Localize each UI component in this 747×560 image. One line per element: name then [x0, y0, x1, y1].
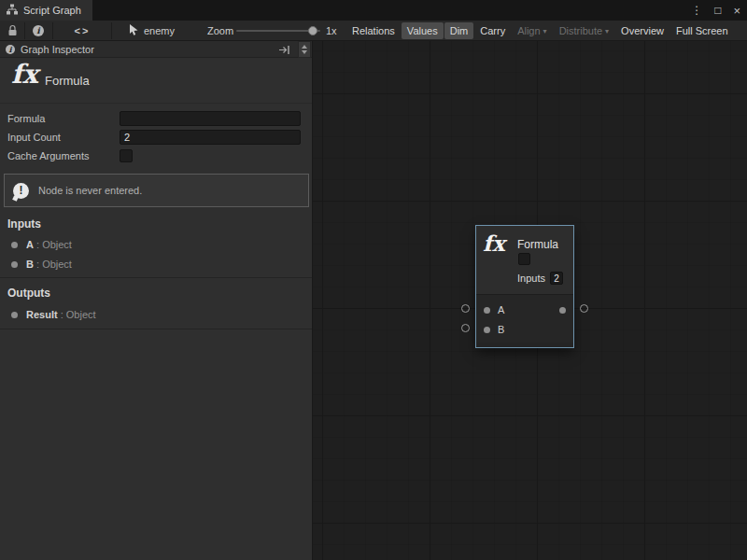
formula-input[interactable] [120, 111, 301, 126]
cache-arguments-label: Cache Arguments [7, 148, 89, 163]
node-footer [476, 343, 573, 347]
chevron-down-icon: ▾ [543, 27, 547, 35]
formula-node[interactable]: fx Formula Inputs 2 A B [476, 226, 573, 347]
lock-button[interactable] [4, 21, 21, 41]
input-port-row-a: A : Object [0, 235, 312, 254]
input-port-row-b: B : Object [0, 255, 312, 273]
graph-owner-label: enemy [144, 25, 175, 36]
toolbar-button-row: Relations Values Dim Carry Align ▾ Distr… [346, 21, 734, 41]
formula-fx-icon: fx [11, 59, 38, 90]
input-count-input[interactable] [120, 130, 301, 145]
node-port-row-a: A [476, 301, 573, 319]
formula-node-header: fx Formula Inputs 2 [476, 226, 573, 294]
unit-title: Formula [45, 74, 90, 88]
scroll-down-icon[interactable] [302, 50, 307, 54]
output-port-row-result: Result : Object [0, 305, 312, 324]
graph-canvas[interactable]: fx Formula Inputs 2 A B [313, 41, 747, 560]
window-tab-bar: Script Graph ⋮ □ × [0, 0, 747, 21]
warning-icon: ! [13, 183, 29, 199]
input-port-a[interactable] [484, 307, 490, 314]
formula-fx-icon: fx [483, 231, 505, 256]
code-view-button[interactable]: <> [56, 21, 108, 41]
node-title: Formula [517, 238, 558, 251]
port-dot-icon [11, 242, 18, 248]
tab-script-graph[interactable]: Script Graph [0, 0, 92, 21]
panel-scroll-spinner[interactable] [298, 41, 311, 58]
scroll-up-icon[interactable] [302, 45, 307, 49]
inputs-heading: Inputs [7, 217, 41, 231]
output-port-result[interactable] [559, 307, 566, 314]
node-port-row-b: B [476, 320, 573, 339]
zoom-value: 1x [326, 21, 337, 41]
carry-button[interactable]: Carry [474, 22, 511, 39]
lock-icon [7, 24, 18, 38]
input-port-b[interactable] [484, 327, 490, 333]
dim-button[interactable]: Dim [444, 22, 474, 39]
info-icon: i [6, 45, 15, 54]
fullscreen-button[interactable]: Full Screen [670, 22, 734, 39]
section-divider [0, 277, 312, 278]
node-inputs-row: Inputs 2 [517, 272, 563, 285]
relations-button[interactable]: Relations [346, 22, 401, 39]
dock-panel-icon[interactable] [278, 45, 290, 55]
tab-label: Script Graph [23, 5, 81, 16]
toolbar-separator [111, 22, 112, 39]
outputs-heading: Outputs [7, 287, 50, 300]
pointer-icon [129, 24, 139, 37]
warning-text: Node is never entered. [38, 185, 142, 196]
zoom-slider[interactable] [236, 30, 320, 32]
toolbar-separator [52, 22, 53, 39]
node-formula-checkbox[interactable] [518, 253, 530, 265]
port-dot-icon [11, 261, 18, 268]
graph-inspector-title: Graph Inspector [21, 44, 94, 55]
connection-ring-output[interactable] [580, 304, 588, 313]
zoom-label: Zoom [207, 21, 233, 41]
formula-field-label: Formula [7, 111, 45, 126]
script-graph-icon [7, 4, 18, 17]
graph-inspector-panel: i Graph Inspector fx Formula Formula Inp… [0, 41, 313, 560]
info-icon: i [33, 25, 44, 36]
close-icon[interactable]: × [733, 4, 740, 18]
warning-box: ! Node is never entered. [4, 174, 309, 207]
graph-inspector-header: i Graph Inspector [0, 41, 312, 58]
unit-header: fx Formula [0, 58, 312, 104]
section-divider [0, 329, 312, 329]
chevron-down-icon: ▾ [605, 27, 609, 35]
connection-ring-input-a[interactable] [461, 304, 470, 313]
toolbar-separator [24, 22, 25, 39]
distribute-dropdown[interactable]: Distribute ▾ [554, 22, 614, 39]
formula-node-ports: A B [476, 294, 573, 343]
port-dot-icon [11, 312, 18, 318]
connection-ring-input-b[interactable] [461, 324, 470, 332]
zoom-slider-handle[interactable] [308, 26, 317, 35]
toolbar: i <> enemy Zoom 1x Relations Values Dim … [0, 21, 747, 41]
inspector-toggle-button[interactable]: i [29, 21, 48, 41]
maximize-icon[interactable]: □ [714, 4, 721, 17]
graph-owner-breadcrumb[interactable]: enemy [129, 21, 175, 41]
node-inputs-label: Inputs [517, 273, 545, 284]
values-button[interactable]: Values [402, 22, 444, 39]
input-count-label: Input Count [7, 130, 61, 145]
overview-button[interactable]: Overview [615, 22, 669, 39]
window-menu-icon[interactable]: ⋮ [691, 4, 702, 17]
align-dropdown[interactable]: Align ▾ [512, 22, 552, 39]
code-icon: <> [75, 25, 91, 36]
node-input-count-field[interactable]: 2 [550, 272, 563, 285]
window-controls: ⋮ □ × [691, 0, 740, 21]
cache-arguments-checkbox[interactable] [120, 149, 133, 162]
